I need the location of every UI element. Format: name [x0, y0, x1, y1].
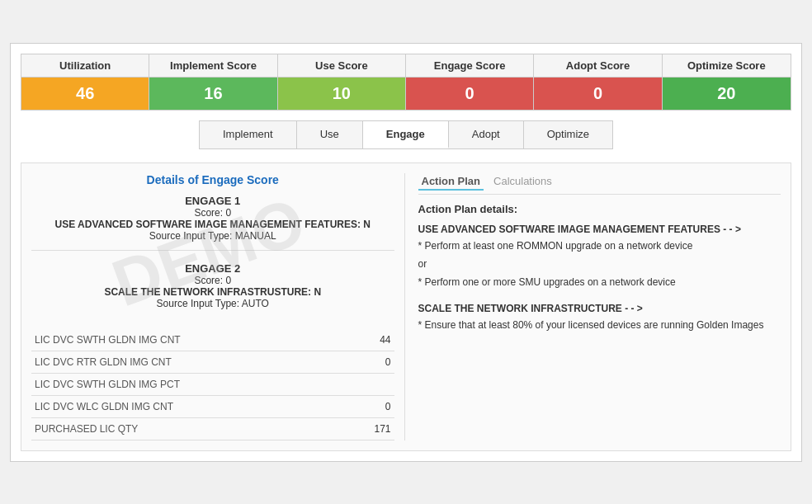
action-feature-title: SCALE THE NETWORK INFRASTRUCTURE - - >	[418, 303, 781, 314]
row-label: LIC DVC SWTH GLDN IMG CNT	[31, 329, 347, 351]
row-label: PURCHASED LIC QTY	[31, 417, 347, 440]
score-cell: Use Score 10	[278, 54, 406, 110]
tab-item[interactable]: Implement	[200, 121, 297, 148]
action-plan-title: Action Plan details:	[418, 203, 781, 215]
score-cell: Adopt Score 0	[534, 54, 662, 110]
right-tab-item[interactable]: Action Plan	[418, 173, 484, 191]
score-cell: Optimize Score 20	[663, 54, 791, 110]
tab-item[interactable]: Optimize	[524, 121, 612, 148]
engage-feature: USE ADVANCED SOFTWARE IMAGE MANAGEMENT F…	[31, 219, 394, 230]
action-feature-block: USE ADVANCED SOFTWARE IMAGE MANAGEMENT F…	[418, 224, 781, 290]
table-row: LIC DVC SWTH GLDN IMG PCT	[31, 373, 394, 395]
score-value: 16	[149, 78, 277, 110]
engage-blocks: ENGAGE 1 Score: 0 USE ADVANCED SOFTWARE …	[31, 195, 394, 318]
score-value: 46	[21, 78, 149, 110]
engage-source: Source Input Type: AUTO	[31, 298, 394, 309]
score-cell: Engage Score 0	[406, 54, 534, 110]
row-label: LIC DVC RTR GLDN IMG CNT	[31, 351, 347, 373]
left-panel: Details of Engage Score ENGAGE 1 Score: …	[31, 173, 405, 440]
tab-item[interactable]: Use	[297, 121, 363, 148]
score-cell: Utilization 46	[21, 54, 149, 110]
features-list: USE ADVANCED SOFTWARE IMAGE MANAGEMENT F…	[418, 224, 781, 332]
score-value: 0	[406, 78, 534, 110]
engage-feature: SCALE THE NETWORK INFRASTRUSTURE: N	[31, 286, 394, 298]
score-label: Adopt Score	[534, 54, 662, 78]
engage-name: ENGAGE 1	[31, 195, 394, 207]
right-tab-item[interactable]: Calculations	[490, 173, 555, 191]
main-container: DEMO Utilization 46 Implement Score 16 U…	[10, 43, 802, 462]
score-value: 0	[534, 78, 662, 110]
row-value: 0	[347, 351, 394, 373]
row-label: LIC DVC SWTH GLDN IMG PCT	[31, 373, 347, 395]
engage-source: Source Input Type: MANUAL	[31, 230, 394, 242]
score-value: 10	[278, 78, 406, 110]
action-feature-detail: * Perform one or more SMU upgrades on a …	[418, 275, 781, 290]
table-row: LIC DVC RTR GLDN IMG CNT 0	[31, 351, 394, 373]
score-label: Utilization	[21, 54, 149, 78]
right-panel: Action PlanCalculations Action Plan deta…	[415, 173, 781, 440]
action-feature-detail: * Perform at least one ROMMON upgrade on…	[418, 238, 781, 253]
engage-name: ENGAGE 2	[31, 262, 394, 275]
score-label: Implement Score	[149, 54, 277, 78]
score-label: Optimize Score	[663, 54, 791, 78]
table-row: LIC DVC SWTH GLDN IMG CNT 44	[31, 329, 394, 351]
engage-block: ENGAGE 1 Score: 0 USE ADVANCED SOFTWARE …	[31, 195, 394, 251]
action-feature-detail: * Ensure that at least 80% of your licen…	[418, 318, 781, 332]
table-row: LIC DVC WLC GLDN IMG CNT 0	[31, 395, 394, 417]
score-label: Engage Score	[406, 54, 534, 78]
score-header: Utilization 46 Implement Score 16 Use Sc…	[21, 54, 791, 111]
action-feature-detail: or	[418, 257, 781, 271]
row-value	[347, 373, 394, 395]
tab-item[interactable]: Adopt	[449, 121, 524, 148]
right-tabs: Action PlanCalculations	[418, 173, 781, 195]
engage-score: Score: 0	[31, 275, 394, 286]
score-cell: Implement Score 16	[149, 54, 277, 110]
tab-item[interactable]: Engage	[363, 121, 449, 148]
action-feature-title: USE ADVANCED SOFTWARE IMAGE MANAGEMENT F…	[418, 224, 781, 235]
details-title: Details of Engage Score	[31, 173, 394, 186]
score-value: 20	[663, 78, 791, 110]
tabs-row: ImplementUseEngageAdoptOptimize	[199, 120, 613, 149]
data-table: LIC DVC SWTH GLDN IMG CNT 44 LIC DVC RTR…	[31, 329, 394, 440]
engage-score: Score: 0	[31, 207, 394, 219]
row-value: 0	[347, 395, 394, 417]
row-value: 171	[347, 417, 394, 440]
row-label: LIC DVC WLC GLDN IMG CNT	[31, 395, 347, 417]
row-value: 44	[347, 329, 394, 351]
action-feature-block: SCALE THE NETWORK INFRASTRUCTURE - - > *…	[418, 303, 781, 332]
score-label: Use Score	[278, 54, 406, 78]
table-row: PURCHASED LIC QTY 171	[31, 417, 394, 440]
engage-block: ENGAGE 2 Score: 0 SCALE THE NETWORK INFR…	[31, 262, 394, 318]
content-area: Details of Engage Score ENGAGE 1 Score: …	[21, 163, 791, 451]
